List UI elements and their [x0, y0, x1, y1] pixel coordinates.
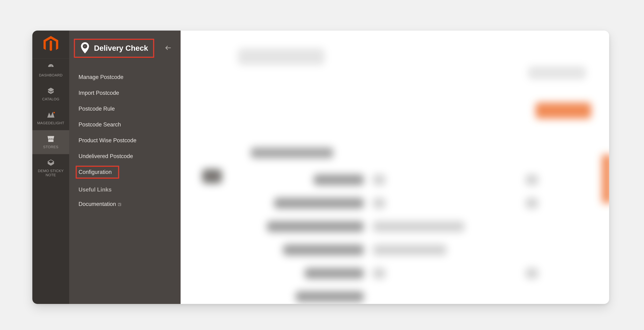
nav-item-label: CATALOG: [42, 97, 59, 101]
submenu-item-undelivered-postcode[interactable]: Undelivered Postcode: [78, 148, 171, 164]
nav-item-catalog[interactable]: CATALOG: [32, 82, 69, 106]
nav-item-stores[interactable]: STORES: [32, 130, 69, 154]
submenu-item-manage-postcode[interactable]: Manage Postcode: [78, 69, 171, 85]
catalog-icon: [46, 86, 55, 95]
stores-icon: [46, 134, 55, 143]
external-link-icon: ◳: [118, 202, 121, 206]
submenu-item-label: Documentation: [78, 201, 116, 207]
nav-rail: DASHBOARD CATALOG MAGEDELIGHT: [32, 31, 69, 304]
magento-logo-icon: [44, 36, 58, 53]
nav-item-label: MAGEDELIGHT: [37, 121, 64, 125]
submenu-item-documentation[interactable]: Documentation ◳: [78, 196, 171, 212]
nav-item-magedelight[interactable]: MAGEDELIGHT: [32, 106, 69, 130]
dashboard-icon: [46, 62, 55, 71]
submenu-title-group: Delivery Check: [74, 39, 154, 58]
submenu-section-useful-links: Useful Links: [78, 182, 171, 196]
nav-item-label: STORES: [43, 145, 58, 149]
submenu-item-postcode-rule[interactable]: Postcode Rule: [78, 101, 171, 117]
nav-item-dashboard[interactable]: DASHBOARD: [32, 59, 69, 82]
submenu-title: Delivery Check: [94, 44, 148, 52]
back-button[interactable]: [164, 44, 172, 52]
arrow-left-icon: [165, 45, 171, 50]
svg-point-0: [53, 112, 55, 113]
blurred-content: [180, 31, 609, 304]
submenu-links: Manage Postcode Import Postcode Postcode…: [69, 66, 180, 212]
magento-logo[interactable]: [32, 31, 69, 59]
submenu-panel: Delivery Check Manage Postcode Import Po…: [69, 31, 180, 304]
sticky-note-icon: [46, 158, 55, 167]
submenu-item-postcode-search[interactable]: Postcode Search: [78, 117, 171, 133]
nav-item-label: DASHBOARD: [39, 73, 62, 77]
submenu-item-product-wise-postcode[interactable]: Product Wise Postcode: [78, 133, 171, 148]
nav-item-label: DEMO STICKY NOTE: [34, 169, 68, 177]
submenu-header: Delivery Check: [69, 31, 180, 66]
location-check-icon: [80, 42, 90, 54]
submenu-item-import-postcode[interactable]: Import Postcode: [78, 85, 171, 101]
admin-window: DASHBOARD CATALOG MAGEDELIGHT: [32, 31, 609, 304]
magedelight-icon: [46, 110, 55, 119]
nav-item-demo-sticky-note[interactable]: DEMO STICKY NOTE: [32, 154, 69, 182]
submenu-item-configuration[interactable]: Configuration: [78, 164, 171, 180]
